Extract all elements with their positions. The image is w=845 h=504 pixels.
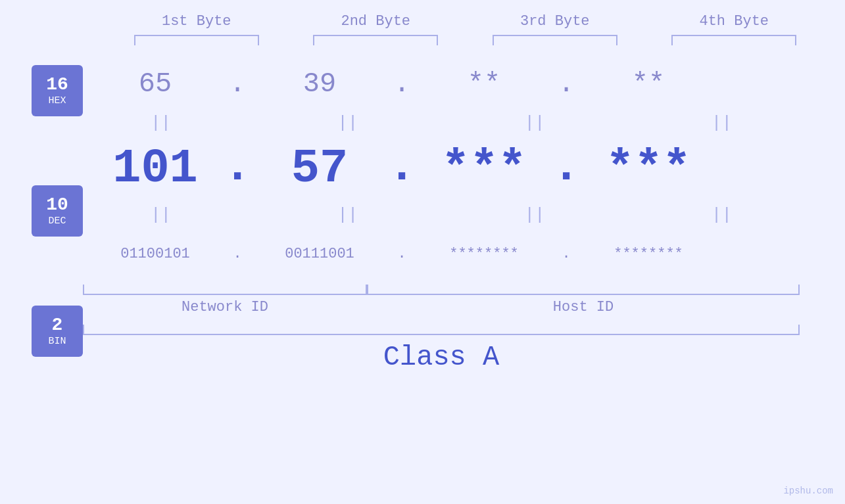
hex-dot3: . [556, 68, 576, 100]
hex-row: 65 . 39 . ** . ** [83, 58, 800, 110]
dec-b2: 57 [247, 142, 392, 196]
bin-text: BIN [48, 336, 66, 347]
hex-b2: 39 [247, 68, 392, 100]
bin-dot2: . [392, 246, 412, 262]
byte2-label: 2nd Byte [303, 13, 448, 30]
class-label: Class A [83, 342, 800, 373]
hex-dot1: . [228, 68, 247, 100]
bin-b2: 00111001 [247, 246, 392, 262]
eq2-b3: || [462, 205, 607, 225]
dec-b4: *** [576, 142, 721, 196]
dec-dot1: . [228, 120, 247, 202]
network-host-labels: Network ID Host ID [83, 299, 800, 315]
byte4-label: 4th Byte [662, 13, 806, 30]
eq2-b1: || [89, 205, 233, 225]
hex-num: 16 [46, 75, 68, 95]
host-id-label: Host ID [367, 299, 800, 315]
hex-badge: 16 HEX [32, 65, 83, 116]
content-area: 16 HEX 10 DEC 2 BIN 65 [0, 58, 845, 373]
dec-num: 10 [46, 195, 68, 216]
bin-b4: ******** [576, 246, 721, 262]
bin-dot1: . [228, 246, 247, 262]
class-bracket-wrapper: Class A [83, 325, 800, 373]
bin-dot3: . [556, 246, 576, 262]
bin-num: 2 [52, 315, 63, 336]
hex-b1: 65 [83, 68, 228, 100]
byte-headers: 1st Byte 2nd Byte 3rd Byte 4th Byte [107, 13, 824, 30]
bin-b3: ******** [412, 246, 556, 262]
bracket-host [367, 285, 800, 295]
byte3-label: 3rd Byte [483, 13, 627, 30]
hex-text: HEX [48, 95, 66, 106]
eq1-b1: || [89, 113, 233, 133]
dec-badge: 10 DEC [32, 185, 83, 237]
hex-b4: ** [576, 68, 721, 100]
eq1-b4: || [649, 113, 794, 133]
top-brackets [107, 35, 824, 45]
bin-badge: 2 BIN [32, 306, 83, 357]
bracket-byte3 [493, 35, 617, 45]
dec-dot3: . [556, 120, 576, 202]
dec-b3: *** [412, 142, 556, 196]
hex-dot2: . [392, 68, 412, 100]
bracket-network [83, 285, 367, 295]
bracket-byte2 [313, 35, 438, 45]
eq2-b4: || [649, 205, 794, 225]
bin-b1: 01100101 [83, 246, 228, 262]
bottom-brackets [83, 285, 800, 295]
equals-row1: || || || || [83, 110, 800, 136]
bin-row: 01100101 . 00111001 . ******** . [83, 228, 800, 279]
watermark: ipshu.com [783, 486, 833, 496]
bracket-byte1 [134, 35, 259, 45]
class-bracket [83, 325, 800, 335]
eq1-b3: || [462, 113, 607, 133]
badges-column: 16 HEX 10 DEC 2 BIN [0, 65, 83, 357]
equals-row2: || || || || [83, 202, 800, 228]
byte1-label: 1st Byte [124, 13, 269, 30]
eq2-b2: || [276, 205, 420, 225]
dec-dot2: . [392, 120, 412, 202]
dec-b1: 101 [83, 142, 228, 196]
dec-text: DEC [48, 216, 66, 227]
bracket-byte4 [671, 35, 796, 45]
values-grid: 65 . 39 . ** . ** [83, 58, 800, 373]
main-container: 1st Byte 2nd Byte 3rd Byte 4th Byte 16 H… [0, 0, 845, 504]
dec-row: 101 . 57 . *** . *** [83, 136, 800, 202]
hex-b3: ** [412, 68, 556, 100]
network-id-label: Network ID [83, 299, 367, 315]
